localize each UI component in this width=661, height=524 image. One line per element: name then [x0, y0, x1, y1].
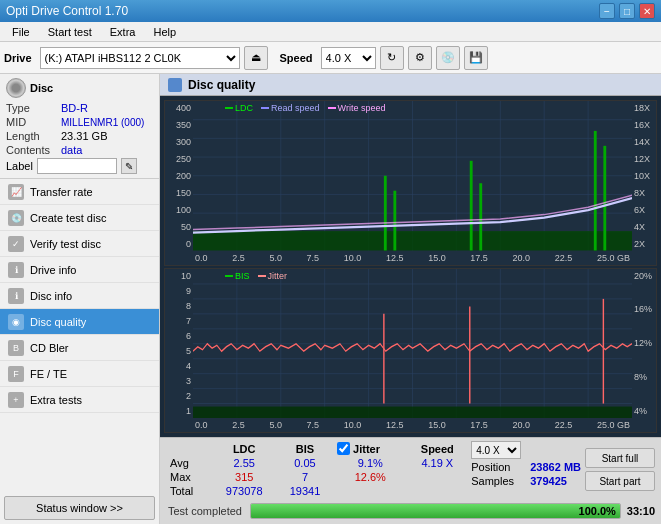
jitter-checkbox[interactable]: [337, 442, 350, 455]
mid-value: MILLENMR1 (000): [61, 117, 144, 128]
avg-bis: 0.05: [277, 456, 333, 470]
svg-rect-18: [393, 191, 396, 251]
contents-label: Contents: [6, 144, 61, 156]
drive-select[interactable]: (K:) ATAPI iHBS112 2 CL0K: [40, 47, 240, 69]
svg-rect-17: [384, 176, 387, 251]
type-label: Type: [6, 102, 61, 114]
nav-label-create-test-disc: Create test disc: [30, 212, 106, 224]
top-chart-y-right: 18X 16X 14X 12X 10X 8X 6X 4X 2X: [632, 101, 656, 251]
start-part-button[interactable]: Start part: [585, 471, 655, 491]
samples-value: 379425: [530, 475, 567, 487]
nav-label-verify-test-disc: Verify test disc: [30, 238, 101, 250]
stats-row: LDC BIS Jitter Speed: [166, 441, 655, 498]
nav-label-extra-tests: Extra tests: [30, 394, 82, 406]
bottom-chart-y-right: 20% 16% 12% 8% 4%: [632, 269, 656, 419]
svg-rect-22: [603, 146, 606, 251]
type-value: BD-R: [61, 102, 88, 114]
top-chart-inner: LDC Read speed Write speed: [193, 101, 632, 251]
start-full-button[interactable]: Start full: [585, 448, 655, 468]
label-button[interactable]: ✎: [121, 158, 137, 174]
nav-label-transfer-rate: Transfer rate: [30, 186, 93, 198]
col-header-bis: BIS: [277, 441, 333, 456]
progress-bar: 100.0%: [250, 503, 621, 519]
col-header-ldc: LDC: [212, 441, 277, 456]
speed-select[interactable]: 4.0 X: [321, 47, 376, 69]
nav-items: 📈 Transfer rate 💿 Create test disc ✓ Ver…: [0, 179, 159, 492]
drive-info-icon: ℹ: [8, 262, 24, 278]
content-area: Disc quality 400 350 300 250 200 150 100…: [160, 74, 661, 524]
menu-file[interactable]: File: [4, 24, 38, 40]
bottom-chart-x-labels: 0.0 2.5 5.0 7.5 10.0 12.5 15.0 17.5 20.0…: [193, 418, 632, 432]
top-chart-y-labels: 400 350 300 250 200 150 100 50 0: [165, 101, 193, 251]
total-speed: [407, 484, 467, 498]
avg-ldc: 2.55: [212, 456, 277, 470]
sidebar-item-transfer-rate[interactable]: 📈 Transfer rate: [0, 179, 159, 205]
svg-rect-19: [470, 161, 473, 251]
title-bar: Opti Drive Control 1.70 − □ ✕: [0, 0, 661, 22]
time-value: 33:10: [627, 505, 655, 517]
total-label: Total: [166, 484, 212, 498]
speed-label: Speed: [280, 52, 313, 64]
disc-icon: [6, 78, 26, 98]
contents-value: data: [61, 144, 82, 156]
sidebar-item-drive-info[interactable]: ℹ Drive info: [0, 257, 159, 283]
progress-bar-fill: [251, 504, 620, 518]
action-buttons: Start full Start part: [585, 441, 655, 498]
charts-container: 400 350 300 250 200 150 100 50 0 18X 16X…: [160, 96, 661, 437]
close-button[interactable]: ✕: [639, 3, 655, 19]
refresh-button[interactable]: ↻: [380, 46, 404, 70]
chart-title: Disc quality: [188, 78, 255, 92]
sidebar-item-disc-info[interactable]: ℹ Disc info: [0, 283, 159, 309]
disc-quality-icon: ◉: [8, 314, 24, 330]
sidebar-item-extra-tests[interactable]: + Extra tests: [0, 387, 159, 413]
window-controls: − □ ✕: [599, 3, 655, 19]
svg-rect-20: [479, 183, 482, 250]
menu-bar: File Start test Extra Help: [0, 22, 661, 42]
disc-button[interactable]: 💿: [436, 46, 460, 70]
max-speed: [407, 470, 467, 484]
minimize-button[interactable]: −: [599, 3, 615, 19]
eject-button[interactable]: ⏏: [244, 46, 268, 70]
bottom-chart-y-labels: 10 9 8 7 6 5 4 3 2 1: [165, 269, 193, 419]
max-label: Max: [166, 470, 212, 484]
col-header-empty: [166, 441, 212, 456]
sidebar-item-disc-quality[interactable]: ◉ Disc quality: [0, 309, 159, 335]
sidebar-item-create-test-disc[interactable]: 💿 Create test disc: [0, 205, 159, 231]
sidebar-item-verify-test-disc[interactable]: ✓ Verify test disc: [0, 231, 159, 257]
bottom-chart: 10 9 8 7 6 5 4 3 2 1 20% 16% 12% 8% 4%: [164, 268, 657, 434]
avg-label: Avg: [166, 456, 212, 470]
max-bis: 7: [277, 470, 333, 484]
label-input[interactable]: [37, 158, 117, 174]
status-window-button[interactable]: Status window >>: [4, 496, 155, 520]
total-jitter: [333, 484, 407, 498]
sidebar-item-fe-te[interactable]: F FE / TE: [0, 361, 159, 387]
sidebar-item-cd-bler[interactable]: B CD Bler: [0, 335, 159, 361]
mid-label: MID: [6, 116, 61, 128]
disc-panel-title: Disc: [30, 82, 53, 94]
cd-bler-icon: B: [8, 340, 24, 356]
top-chart-x-labels: 0.0 2.5 5.0 7.5 10.0 12.5 15.0 17.5 20.0…: [193, 251, 632, 265]
disc-info-panel: Disc Type BD-R MID MILLENMR1 (000) Lengt…: [0, 74, 159, 179]
svg-rect-16: [193, 231, 632, 250]
label-label: Label: [6, 160, 33, 172]
save-button[interactable]: 💾: [464, 46, 488, 70]
length-label: Length: [6, 130, 61, 142]
bottom-chart-svg: [193, 269, 632, 419]
stats-panel: LDC BIS Jitter Speed: [160, 437, 661, 524]
main-layout: Disc Type BD-R MID MILLENMR1 (000) Lengt…: [0, 74, 661, 524]
settings-button[interactable]: ⚙: [408, 46, 432, 70]
position-value: 23862 MB: [530, 461, 581, 473]
svg-rect-41: [193, 406, 632, 418]
total-bis: 19341: [277, 484, 333, 498]
avg-jitter: 9.1%: [333, 456, 407, 470]
progress-label: 100.0%: [579, 504, 616, 518]
menu-help[interactable]: Help: [145, 24, 184, 40]
stats-speed-select[interactable]: 4.0 X: [471, 441, 521, 459]
menu-extra[interactable]: Extra: [102, 24, 144, 40]
maximize-button[interactable]: □: [619, 3, 635, 19]
bottom-chart-legend: BIS Jitter: [225, 271, 287, 281]
fe-te-icon: F: [8, 366, 24, 382]
app-title: Opti Drive Control 1.70: [6, 4, 128, 18]
menu-start-test[interactable]: Start test: [40, 24, 100, 40]
disc-info-icon: ℹ: [8, 288, 24, 304]
